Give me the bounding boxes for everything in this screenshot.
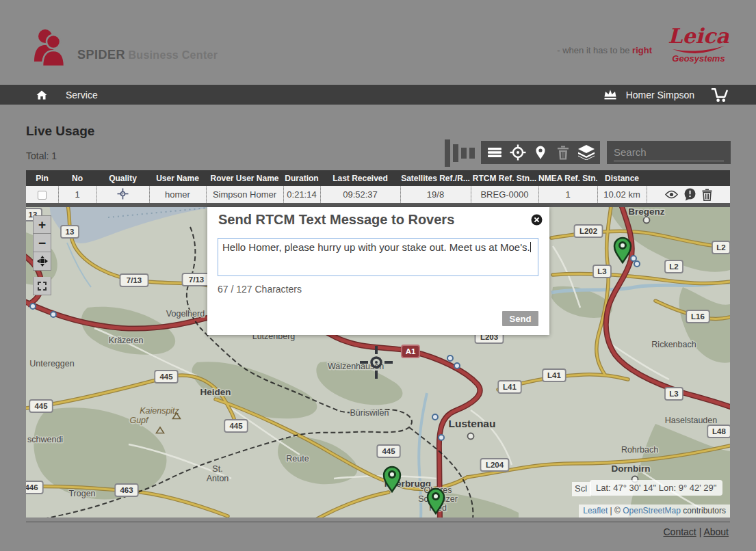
road-shield-label: L3 [669, 390, 678, 398]
nav-item-service[interactable]: Service [66, 90, 98, 100]
menu-icon[interactable] [486, 144, 504, 161]
pin-checkbox[interactable] [38, 191, 47, 200]
col-duration[interactable]: Duration [283, 170, 320, 186]
total-count: Total: 1 [26, 150, 57, 161]
leaflet-link[interactable]: Leaflet [583, 506, 608, 515]
reference-station-icon[interactable] [375, 361, 378, 364]
footer-sep: | [696, 526, 704, 537]
box-zoom-icon [38, 282, 47, 291]
message-icon[interactable] [683, 188, 696, 201]
message-textarea[interactable]: Hello Homer, please hurry up with your s… [218, 238, 538, 276]
cell-rover-user-name: Simpson Homer [206, 186, 283, 203]
map-place-label: Bregenz [628, 206, 665, 217]
tagline: - when it has to be right [557, 45, 652, 55]
attribution-tail: contributors [681, 506, 726, 515]
char-counter: 67 / 127 Characters [218, 284, 302, 295]
layers-icon[interactable] [577, 144, 595, 161]
col-quality[interactable]: Quality [96, 170, 149, 186]
map-toolbar [481, 141, 600, 164]
col-user-name[interactable]: User Name [149, 170, 206, 186]
nav-user-name[interactable]: Homer Simpson [626, 90, 694, 100]
col-pin[interactable]: Pin [26, 170, 58, 186]
view-eye-icon[interactable] [665, 190, 678, 199]
cell-pin [26, 186, 58, 203]
modal-title: Send RTCM Text Message to Rovers [218, 212, 454, 228]
cell-satellites: 19/8 [400, 186, 471, 203]
coordinates-tooltip: Lat: 47° 30' 14" Lon: 9° 42' 29" [590, 480, 722, 496]
col-nmea[interactable]: NMEA Ref. Stn... [538, 170, 597, 186]
message-text: Hello Homer, please hurry up with your s… [222, 241, 530, 253]
road-shield-label: L202 [579, 227, 597, 235]
cell-distance: 10.02 km [597, 186, 647, 203]
leica-name: Leica [668, 25, 729, 48]
cell-duration: 0:21:14 [283, 186, 320, 203]
quality-fix-icon [117, 188, 129, 200]
home-icon[interactable] [33, 86, 51, 104]
leica-sub: Geosystems [672, 53, 725, 64]
map-place-label: St. [212, 464, 222, 474]
map-place-label: Haselstauden [665, 416, 717, 425]
contact-link[interactable]: Contact [664, 526, 696, 537]
road-shield-label: 445 [382, 447, 395, 455]
map-place-label: Kaienspitz [140, 406, 179, 416]
cell-actions [647, 186, 730, 203]
crown-icon[interactable] [601, 86, 619, 104]
map-place-label: Anton [207, 474, 229, 483]
search-input[interactable] [614, 143, 724, 161]
delete-trash-icon[interactable] [702, 189, 712, 201]
close-icon[interactable] [531, 214, 543, 226]
road-shield-label: L48 [712, 427, 726, 435]
map-place-label: Heiden [200, 387, 231, 397]
fullscreen-button[interactable] [33, 252, 51, 271]
about-link[interactable]: About [703, 526, 729, 537]
col-satellites[interactable]: Satellites Ref./R... [400, 170, 471, 186]
map-place-label: Untereggen [29, 359, 74, 368]
cell-last-received: 09:52:37 [320, 186, 400, 203]
road-shield-label: L41 [503, 383, 517, 391]
text-caret [530, 242, 531, 252]
tagline-prefix: - when it has to be [557, 45, 632, 55]
map-place-label: schwendi [27, 435, 63, 444]
tagline-emphasis: right [632, 45, 652, 55]
live-usage-page: { "header": { "brand": { "spider": "SPID… [0, 0, 756, 551]
send-button[interactable]: Send [502, 311, 538, 326]
cart-icon[interactable] [711, 86, 729, 104]
footer-divider [26, 522, 730, 522]
road-shield-label: L3 [597, 267, 606, 276]
box-zoom-button[interactable] [33, 277, 51, 295]
brand-spider: SPIDER [77, 48, 125, 62]
road-shield-label: L204 [486, 461, 504, 469]
road-shield-label: 13 [66, 228, 75, 236]
col-rtcm[interactable]: RTCM Ref. Stn... [471, 170, 538, 186]
col-no[interactable]: No [58, 170, 96, 186]
col-rover-user-name[interactable]: Rover User Name [206, 170, 283, 186]
col-last-received[interactable]: Last Received [320, 170, 400, 186]
navbar: Service Homer Simpson [0, 85, 756, 105]
col-distance[interactable]: Distance [597, 170, 647, 186]
fullscreen-icon [37, 256, 48, 267]
cell-user-name: homer [149, 186, 206, 203]
road-shield-label: A1 [406, 347, 416, 355]
zoom-in-button[interactable]: + [33, 215, 51, 234]
town-circle [644, 217, 650, 224]
spider-logo-icon [30, 27, 71, 70]
map-place-label: Rohrbach [621, 445, 658, 455]
map-pin-icon[interactable] [532, 144, 549, 161]
send-rtcm-modal: Send RTCM Text Message to Rovers Hello H… [207, 207, 549, 335]
road-shield-label: L2 [669, 263, 678, 271]
table-row: 1 homer Simpson Homer 0:21:14 09:52:37 1… [26, 186, 730, 203]
road-shield-label: 7/13 [189, 276, 204, 284]
rover-marker-hole [389, 472, 395, 478]
trash-icon[interactable] [554, 144, 572, 161]
footer-links: Contact | About [664, 526, 729, 537]
cell-no: 1 [58, 186, 96, 203]
live-usage-table: Pin No Quality User Name Rover User Name… [26, 170, 730, 203]
page-title: Live Usage [26, 124, 94, 139]
brand-suffix: Business Center [128, 49, 218, 61]
road-shield-label: 445 [229, 422, 243, 430]
usage-bars-icon[interactable] [443, 139, 475, 170]
center-target-icon[interactable] [509, 144, 527, 161]
brand-text: SPIDER Business Center [77, 48, 218, 62]
osm-link[interactable]: OpenStreetMap [623, 506, 681, 515]
zoom-out-button[interactable]: − [33, 234, 51, 252]
